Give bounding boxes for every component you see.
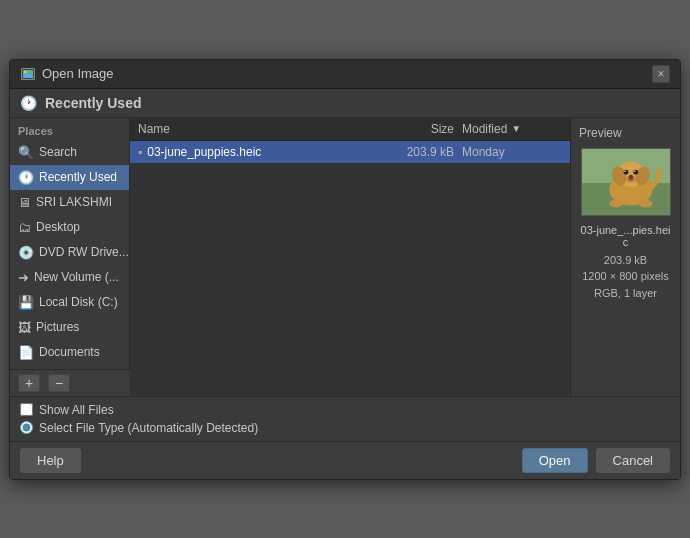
preview-filesize: 203.9 kB xyxy=(582,252,669,269)
open-button[interactable]: Open xyxy=(522,448,588,473)
dvd-icon: 💿 xyxy=(18,245,34,260)
sidebar-bottom: + − xyxy=(10,369,130,396)
search-icon: 🔍 xyxy=(18,145,34,160)
location-label: Recently Used xyxy=(45,95,141,111)
select-file-type-row: Select File Type (Automatically Detected… xyxy=(20,421,670,435)
svg-point-19 xyxy=(609,199,623,207)
preview-filename: 03-june_...pies.heic xyxy=(579,224,672,248)
sort-icon[interactable]: ▼ xyxy=(511,123,521,134)
cancel-button[interactable]: Cancel xyxy=(596,448,670,473)
action-right: Open Cancel xyxy=(522,448,670,473)
open-image-dialog: Open Image × 🕐 Recently Used Places 🔍 Se… xyxy=(9,59,681,480)
action-buttons: Help Open Cancel xyxy=(10,441,680,479)
main-area: Places 🔍 Search 🕐 Recently Used 🖥 SRI LA… xyxy=(10,118,680,396)
sidebar-item-label-local-disk: Local Disk (C:) xyxy=(39,295,118,309)
help-button[interactable]: Help xyxy=(20,448,81,473)
add-bookmark-button[interactable]: + xyxy=(18,374,40,392)
svg-point-12 xyxy=(623,169,628,174)
sidebar-item-label-dvd-rw: DVD RW Drive... xyxy=(39,245,129,259)
preview-panel: Preview xyxy=(570,118,680,396)
preview-label: Preview xyxy=(579,126,622,140)
file-name: 03-june_puppies.heic xyxy=(147,145,382,159)
svg-point-20 xyxy=(638,199,652,207)
sidebar-item-label-pictures: Pictures xyxy=(36,320,79,334)
sidebar-item-new-volume[interactable]: ➜ New Volume (... xyxy=(10,265,129,290)
places-label: Places xyxy=(10,122,129,140)
file-list: ▪ 03-june_puppies.heic 203.9 kB Monday xyxy=(130,141,570,396)
pictures-icon: 🖼 xyxy=(18,320,31,335)
table-row[interactable]: ▪ 03-june_puppies.heic 203.9 kB Monday xyxy=(130,141,570,163)
sidebar-item-recently-used[interactable]: 🕐 Recently Used xyxy=(10,165,129,190)
sidebar-item-sri-lakshmi[interactable]: 🖥 SRI LAKSHMI xyxy=(10,190,129,215)
dialog-title: Open Image xyxy=(42,66,114,81)
file-area: Name Size Modified ▼ ▪ 03-june_puppies.h… xyxy=(130,118,570,396)
preview-format: RGB, 1 layer xyxy=(582,285,669,302)
volume-icon: ➜ xyxy=(18,270,29,285)
preview-image xyxy=(581,148,671,216)
svg-point-16 xyxy=(624,170,625,171)
sidebar-item-search[interactable]: 🔍 Search xyxy=(10,140,129,165)
location-bar: 🕐 Recently Used xyxy=(10,89,680,118)
sidebar: Places 🔍 Search 🕐 Recently Used 🖥 SRI LA… xyxy=(10,118,130,369)
remove-bookmark-button[interactable]: − xyxy=(48,374,70,392)
titlebar: Open Image × xyxy=(10,60,680,89)
show-all-files-label[interactable]: Show All Files xyxy=(20,403,114,417)
preview-dimensions: 1200 × 800 pixels xyxy=(582,268,669,285)
show-all-files-row: Show All Files xyxy=(20,403,670,417)
preview-meta: 203.9 kB 1200 × 800 pixels RGB, 1 layer xyxy=(582,252,669,302)
file-list-header: Name Size Modified ▼ xyxy=(130,118,570,141)
preview-thumbnail xyxy=(582,148,670,216)
sidebar-item-label-documents: Documents xyxy=(39,345,100,359)
show-all-files-checkbox[interactable] xyxy=(20,403,33,416)
dialog-icon xyxy=(20,66,36,82)
svg-point-3 xyxy=(24,71,26,73)
svg-point-17 xyxy=(634,170,635,171)
select-file-type-label[interactable]: Select File Type (Automatically Detected… xyxy=(20,421,258,435)
sidebar-item-pictures[interactable]: 🖼 Pictures xyxy=(10,315,129,340)
titlebar-left: Open Image xyxy=(20,66,114,82)
file-size: 203.9 kB xyxy=(382,145,462,159)
sidebar-item-label-new-volume: New Volume (... xyxy=(34,270,119,284)
sidebar-item-desktop[interactable]: 🗂 Desktop xyxy=(10,215,129,240)
file-modified: Monday xyxy=(462,145,562,159)
sidebar-item-local-disk[interactable]: 💾 Local Disk (C:) xyxy=(10,290,129,315)
action-left: Help xyxy=(20,448,81,473)
column-modified: Modified ▼ xyxy=(462,122,562,136)
sidebar-item-label-search: Search xyxy=(39,145,77,159)
select-file-type-radio[interactable] xyxy=(20,421,33,434)
sidebar-item-label-recently-used: Recently Used xyxy=(39,170,117,184)
sidebar-item-dvd-rw[interactable]: 💿 DVD RW Drive... xyxy=(10,240,129,265)
computer-icon: 🖥 xyxy=(18,195,31,210)
file-icon: ▪ xyxy=(138,145,142,159)
disk-icon: 💾 xyxy=(18,295,34,310)
sidebar-item-label-desktop: Desktop xyxy=(36,220,80,234)
close-button[interactable]: × xyxy=(652,65,670,83)
folder-icon: 🗂 xyxy=(18,220,31,235)
bottom-controls: Show All Files Select File Type (Automat… xyxy=(10,396,680,441)
location-icon: 🕐 xyxy=(20,95,37,111)
sidebar-item-documents[interactable]: 📄 Documents xyxy=(10,340,129,365)
sidebar-item-label-sri-lakshmi: SRI LAKSHMI xyxy=(36,195,112,209)
column-name: Name xyxy=(138,122,382,136)
recently-used-icon: 🕐 xyxy=(18,170,34,185)
documents-icon: 📄 xyxy=(18,345,34,360)
svg-point-18 xyxy=(628,174,632,177)
column-size: Size xyxy=(382,122,462,136)
svg-point-13 xyxy=(633,169,638,174)
